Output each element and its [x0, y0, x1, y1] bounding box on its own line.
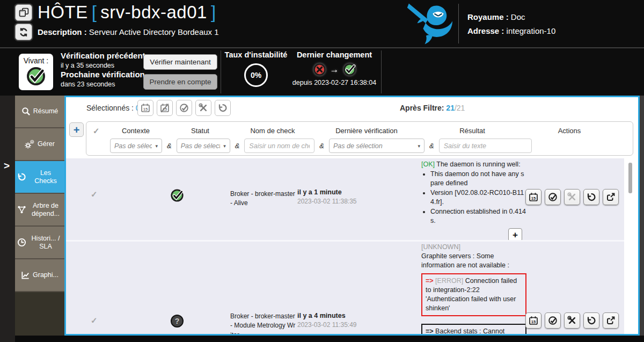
sidebar-item-historique-sla[interactable]: Histori... / SLA	[15, 227, 64, 259]
fix-checks-button[interactable]	[195, 100, 211, 116]
schedule-downtime-button[interactable]	[525, 189, 541, 205]
dependency-tree-icon	[17, 205, 26, 214]
arrow-prefix: =>	[426, 328, 434, 334]
refresh-button[interactable]	[15, 24, 32, 40]
check-name-filter-input[interactable]	[244, 139, 314, 153]
check-circle-icon	[548, 316, 558, 325]
row-select-check-icon[interactable]: ✓	[91, 316, 98, 325]
last-check-date: 2023-03-02 11:38:35	[297, 198, 357, 205]
alive-label: Vivant :	[24, 56, 48, 65]
cancel-downtime-button[interactable]	[157, 100, 173, 116]
last-change-since: depuis 2023-02-27 16:38:04	[291, 79, 377, 86]
shinken-ninja-logo	[405, 3, 458, 45]
sidebar-item-label: Histori... / SLA	[29, 235, 62, 250]
status-bar: Vivant : Vérification précédente il y a …	[0, 47, 644, 96]
sidebar-item-gerer[interactable]: Gérer	[15, 128, 64, 161]
schedule-downtime-button[interactable]	[525, 312, 541, 329]
tools-icon	[567, 192, 577, 202]
gears-icon	[25, 139, 35, 149]
bracket-open: [	[88, 2, 101, 22]
info-message-box: => Backend stats : Cannot connect to ser…	[421, 324, 526, 334]
calendar-downtime-icon	[529, 316, 538, 325]
column-header-derniere-verification: Dernière vérification	[335, 127, 398, 135]
history-icon	[17, 172, 26, 181]
header: HÔTE[srv-bdx-ad01] Description : Serveur…	[0, 0, 644, 47]
recheck-button[interactable]	[583, 189, 599, 205]
check-now-button[interactable]: Vérifier maintenant	[143, 54, 217, 70]
acknowledge-button[interactable]: Prendre en compte	[143, 74, 217, 90]
add-filter-button[interactable]: +	[69, 122, 84, 137]
sidebar-item-les-checks[interactable]: Les Checks	[15, 161, 64, 194]
acknowledge-checks-button[interactable]	[176, 100, 192, 116]
context-filter-select[interactable]: Pas de sélection ▾	[110, 139, 162, 153]
check-name: Broker - broker-master - Alive	[230, 190, 296, 208]
fix-button	[564, 189, 580, 205]
next-check-value: dans 23 secondes	[61, 80, 150, 89]
acknowledge-button[interactable]	[545, 189, 561, 205]
chevron-down-icon: ▾	[418, 143, 420, 149]
select-all-check-icon[interactable]: ✓	[93, 126, 100, 136]
previous-state-critical-icon	[313, 63, 326, 76]
statusbar-divider	[221, 50, 221, 93]
fix-button[interactable]	[564, 312, 580, 329]
table-row: [UNKNOWN] Graphite servers : Some inform…	[66, 242, 624, 334]
address-line: Adresse : integration-10	[467, 26, 644, 35]
host-description: Description : Serveur Active Directory B…	[38, 27, 219, 37]
tools-icon	[199, 103, 208, 113]
sidebar-item-label: Gérer	[38, 140, 55, 148]
windows-button[interactable]	[15, 4, 32, 21]
result-filter-input[interactable]	[439, 139, 532, 153]
status-filter-select[interactable]: Pas de sélection ▾	[177, 139, 230, 153]
sidebar-item-graphiques[interactable]: Graphi...	[15, 259, 64, 292]
last-check-date: 2023-03-02 11:35:49	[297, 321, 357, 329]
last-check-relative: il y a 1 minute	[297, 188, 357, 196]
last-change-block: Dernier changement → depuis 2023-02-27 1…	[291, 50, 377, 86]
export-button[interactable]	[603, 312, 619, 329]
windows-icon	[19, 8, 29, 18]
refresh-icon	[19, 27, 28, 37]
arrow-prefix: =>	[426, 277, 434, 285]
last-check-cell: il y a 4 minutes 2023-03-02 11:35:49	[297, 312, 357, 329]
sidebar-item-arbre-dependances[interactable]: Arbre de dépend...	[15, 194, 64, 227]
clock-icon	[17, 238, 26, 247]
host-info: Royaume : Doc Adresse : integration-10	[459, 8, 644, 40]
row-actions	[525, 312, 619, 329]
last-check-cell: il y a 1 minute 2023-03-02 11:38:35	[297, 188, 357, 205]
sidebar-item-label: Graphi...	[33, 271, 58, 279]
selected-count: Sélectionnés : 0	[86, 104, 140, 112]
realm-line: Royaume : Doc	[467, 12, 644, 21]
column-header-actions: Actions	[558, 127, 581, 135]
info-text: Backend stats : Cannot connect to server…	[426, 328, 516, 334]
checks-panel: Sélectionnés : 0 Après Filtre: 21/21 + ✓…	[64, 96, 640, 336]
bracket-close: ]	[207, 2, 220, 22]
host-name: srv-bdx-ad01	[100, 2, 207, 22]
page-title: HÔTE[srv-bdx-ad01]	[38, 2, 220, 23]
vertical-scrollbar[interactable]	[628, 163, 632, 193]
expand-sidebar-chevron[interactable]: >	[4, 160, 10, 172]
export-icon	[606, 316, 616, 325]
check-circle-icon	[548, 192, 558, 202]
row-select-check-icon[interactable]: ✓	[91, 190, 98, 199]
check-circle-icon	[179, 103, 189, 113]
recheck-button[interactable]	[583, 312, 599, 329]
chevron-down-icon: ▾	[223, 143, 226, 149]
acknowledge-button[interactable]	[545, 312, 561, 329]
sidebar-item-label: Résumé	[33, 107, 58, 115]
and-separator: &	[235, 142, 240, 150]
sidebar-item-resume[interactable]: Résumé	[15, 96, 64, 128]
export-button[interactable]	[603, 189, 619, 205]
calendar-downtime-icon	[529, 192, 538, 202]
calendar-cancel-icon	[160, 103, 170, 113]
result-headline: Graphite servers : Some information are …	[421, 252, 526, 270]
status-unknown-icon: ?	[171, 315, 184, 328]
last-check-filter-select[interactable]: Pas de sélection ▾	[329, 139, 425, 153]
recheck-button[interactable]	[215, 100, 231, 116]
schedule-downtime-button[interactable]	[137, 100, 153, 116]
table-row: ✓ Broker - broker-master - Alive il y a …	[66, 158, 624, 240]
error-tag: [ERROR]	[435, 277, 463, 285]
alive-status-card: Vivant :	[19, 54, 53, 90]
sidebar-item-label: Arbre de dépend...	[29, 202, 62, 217]
and-separator: &	[319, 142, 324, 150]
row-actions	[525, 189, 619, 205]
alive-ok-icon	[26, 66, 46, 86]
